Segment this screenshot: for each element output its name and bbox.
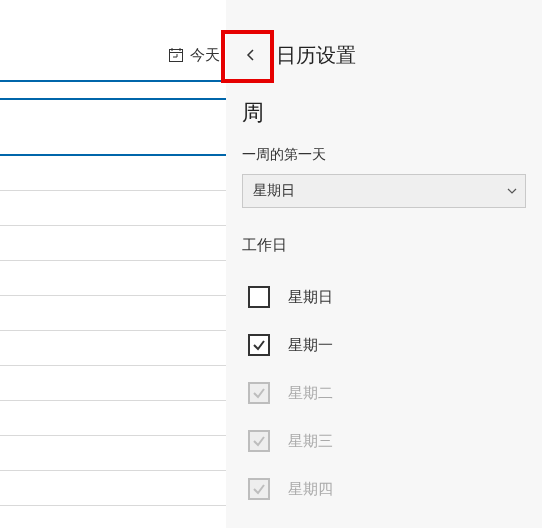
workday-row: 星期一 (242, 321, 526, 369)
workday-row: 星期三 (242, 417, 526, 465)
time-row[interactable] (0, 471, 226, 506)
workday-checkbox (248, 382, 270, 404)
time-grid (0, 156, 226, 506)
workdays-list: 星期日星期一星期二星期三星期四 (242, 273, 526, 513)
check-icon (252, 434, 266, 448)
time-row[interactable] (0, 226, 226, 261)
time-row[interactable] (0, 331, 226, 366)
workday-checkbox (248, 478, 270, 500)
workday-row: 星期日 (242, 273, 526, 321)
calendar-body (0, 80, 226, 528)
workday-checkbox (248, 430, 270, 452)
settings-body: 周 一周的第一天 星期日 工作日 星期日星期一星期二星期三星期四 (226, 80, 542, 513)
today-label: 今天 (190, 46, 220, 65)
first-day-value: 星期日 (253, 182, 295, 200)
today-button[interactable]: 今天 (168, 46, 220, 65)
settings-header: 日历设置 (226, 30, 542, 80)
calendar-header: 今天 (0, 30, 226, 80)
app-window: 今天 日历设置 周 (0, 0, 542, 528)
selected-day-band (0, 80, 226, 100)
time-row[interactable] (0, 296, 226, 331)
workday-label: 星期日 (288, 288, 333, 307)
time-row[interactable] (0, 436, 226, 471)
workday-checkbox[interactable] (248, 286, 270, 308)
workday-checkbox[interactable] (248, 334, 270, 356)
settings-title: 日历设置 (276, 42, 356, 69)
workday-row: 星期四 (242, 465, 526, 513)
workday-row: 星期二 (242, 369, 526, 417)
workday-label: 星期二 (288, 384, 333, 403)
empty-space (0, 100, 226, 154)
time-row[interactable] (0, 191, 226, 226)
time-row[interactable] (0, 366, 226, 401)
workday-label: 星期一 (288, 336, 333, 355)
time-row[interactable] (0, 261, 226, 296)
first-day-label: 一周的第一天 (242, 146, 526, 164)
check-icon (252, 482, 266, 496)
check-icon (252, 386, 266, 400)
time-row[interactable] (0, 401, 226, 436)
chevron-down-icon (507, 183, 517, 199)
check-icon (252, 338, 266, 352)
workday-label: 星期四 (288, 480, 333, 499)
time-row[interactable] (0, 156, 226, 191)
calendar-settings-pane: 日历设置 周 一周的第一天 星期日 工作日 星期日星期一星期二星期三星期四 (226, 0, 542, 528)
calendar-today-icon (168, 47, 184, 63)
first-day-select[interactable]: 星期日 (242, 174, 526, 208)
chevron-left-icon (244, 48, 258, 62)
back-button[interactable] (226, 30, 276, 80)
svg-rect-4 (170, 50, 183, 62)
week-section-title: 周 (242, 98, 526, 128)
workdays-label: 工作日 (242, 236, 526, 255)
workday-label: 星期三 (288, 432, 333, 451)
